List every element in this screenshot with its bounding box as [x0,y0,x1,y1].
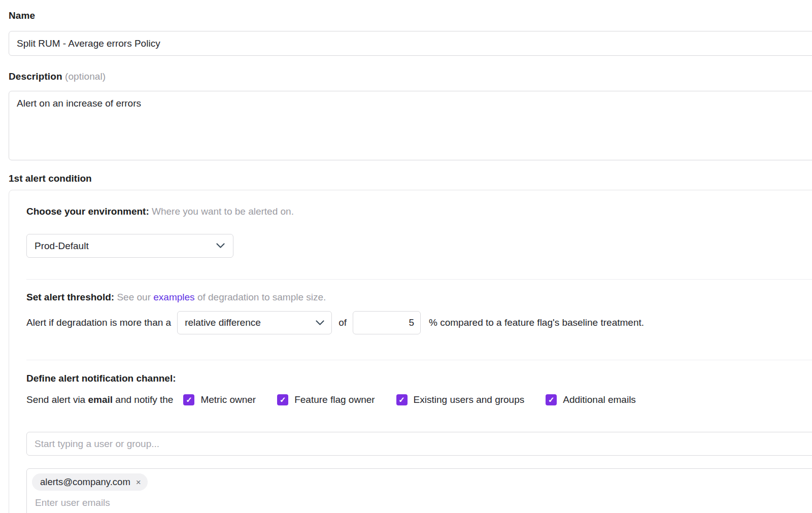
divider [26,279,812,280]
checkbox-label: Existing users and groups [414,394,525,405]
checkbox-metric-owner[interactable]: ✓ Metric owner [183,394,256,405]
policy-name-input[interactable] [9,31,812,56]
comparison-type-select[interactable]: relative difference [177,311,332,334]
notification-checkbox-row: Send alert via email and notify the ✓ Me… [26,394,812,405]
threshold-sentence-start: Alert if degradation is more than a [26,317,171,328]
environment-hint: Where you want to be alerted on. [152,206,294,217]
chip-remove-icon[interactable]: × [136,478,141,487]
checkbox-label: Metric owner [200,394,256,405]
enter-emails-input[interactable] [35,497,340,508]
examples-link[interactable]: examples [153,292,194,302]
threshold-of-word: of [339,317,347,328]
checkmark-icon: ✓ [277,394,288,405]
additional-emails-input[interactable]: alerts@company.com × [26,468,812,513]
threshold-hint-before: See our [117,292,151,302]
threshold-sentence-end: % compared to a feature flag's baseline … [429,317,644,328]
threshold-label: Set alert threshold: [26,292,114,302]
threshold-value-input[interactable] [353,311,421,334]
environment-select[interactable]: Prod-Default [26,234,233,258]
threshold-line: Set alert threshold: See our examples of… [26,292,812,303]
environment-selected-value: Prod-Default [35,241,89,252]
chevron-down-icon [216,243,225,249]
policy-description-textarea[interactable]: Alert on an increase of errors [9,91,812,160]
email-chip: alerts@company.com × [32,473,148,491]
checkmark-icon: ✓ [546,394,557,405]
description-label: Description (optional) [9,71,812,82]
chevron-down-icon [316,320,324,326]
threshold-hint-after: of degradation to sample size. [197,292,326,302]
comparison-selected-value: relative difference [185,317,261,328]
checkbox-additional-emails[interactable]: ✓ Additional emails [546,394,636,405]
alert-condition-heading: 1st alert condition [9,173,812,184]
description-optional-hint: (optional) [65,71,106,82]
checkbox-feature-flag-owner[interactable]: ✓ Feature flag owner [277,394,375,405]
notification-sentence: Send alert via email and notify the [26,394,173,405]
checkbox-label: Additional emails [563,394,636,405]
email-chip-text: alerts@company.com [40,476,130,488]
checkbox-label: Feature flag owner [294,394,375,405]
checkmark-icon: ✓ [396,394,408,405]
environment-label: Choose your environment: [26,206,149,217]
user-group-search-input[interactable] [26,432,812,456]
notification-heading: Define alert notification channel: [26,373,812,384]
checkbox-existing-users-groups[interactable]: ✓ Existing users and groups [396,394,525,405]
name-label: Name [9,10,812,21]
threshold-row: Alert if degradation is more than a rela… [26,311,812,334]
environment-line: Choose your environment: Where you want … [26,206,812,217]
alert-condition-panel: Choose your environment: Where you want … [9,190,812,513]
checkmark-icon: ✓ [183,394,194,405]
divider [26,360,812,360]
